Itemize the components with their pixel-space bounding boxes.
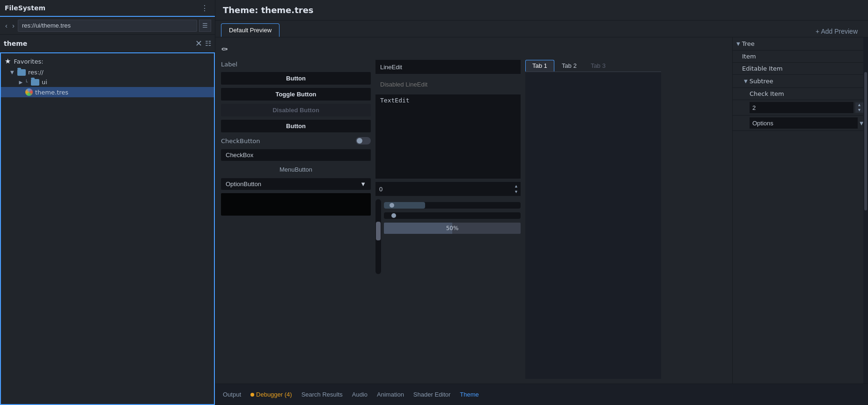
bookmark-button[interactable]: ☰ bbox=[199, 20, 211, 32]
widget-col-3: Tab 1 Tab 2 Tab 3 bbox=[525, 60, 661, 379]
check-button-row: CheckButton bbox=[221, 136, 371, 146]
button2-widget[interactable]: Button bbox=[221, 120, 371, 132]
search-label: theme bbox=[4, 40, 192, 47]
tree-arrow-res: ▼ bbox=[10, 70, 15, 75]
tree-options-select[interactable]: Options bbox=[750, 117, 858, 129]
checkbox-widget[interactable]: CheckBox bbox=[221, 149, 371, 161]
tab-widget-tab-2[interactable]: Tab 2 bbox=[555, 60, 583, 72]
star-icon: ★ bbox=[5, 57, 11, 65]
search-bar: theme ✕ ☷ bbox=[0, 35, 215, 52]
editor-title: Theme: theme.tres bbox=[223, 5, 314, 15]
h-slider-thumb-2 bbox=[391, 213, 396, 218]
bottom-tab-search[interactable]: Search Results bbox=[302, 389, 343, 400]
tree-section-header: ▼ Tree bbox=[733, 37, 868, 51]
bottom-tab-theme[interactable]: Theme bbox=[460, 389, 478, 400]
tab-widget-tab-1[interactable]: Tab 1 bbox=[525, 60, 554, 72]
tree-item-ui[interactable]: ▼ └ ui bbox=[1, 77, 214, 87]
tree-item-theme[interactable]: theme.tres bbox=[1, 87, 214, 97]
menu-button-widget[interactable]: MenuButton bbox=[221, 164, 371, 175]
bottom-tab-shader[interactable]: Shader Editor bbox=[413, 389, 451, 400]
h-slider-thumb-1 bbox=[390, 203, 394, 208]
color-picker-widget[interactable] bbox=[221, 193, 371, 216]
tab-widget: Tab 1 Tab 2 Tab 3 bbox=[525, 60, 661, 379]
filter-button[interactable]: ☷ bbox=[205, 39, 211, 48]
tab-default-preview[interactable]: Default Preview bbox=[221, 23, 280, 37]
bottom-bar: Output Debugger (4) Search Results Audio… bbox=[215, 383, 868, 405]
right-area: Theme: theme.tres Default Preview + Add … bbox=[215, 0, 868, 405]
toggle-button-widget[interactable]: Toggle Button bbox=[221, 88, 371, 101]
spin-down-button[interactable]: ▼ bbox=[513, 189, 520, 195]
progress-label: 50% bbox=[384, 225, 521, 231]
h-slider-2[interactable] bbox=[384, 212, 521, 219]
editor-title-bar: Theme: theme.tres bbox=[215, 0, 868, 21]
toggle-switch-widget[interactable] bbox=[356, 137, 371, 145]
tree-scrollbar-thumb bbox=[864, 72, 867, 210]
editor-area: Theme: theme.tres Default Preview + Add … bbox=[215, 0, 868, 383]
tree-arrow-ui: ▼ bbox=[18, 80, 23, 85]
sliders-area: 50% bbox=[384, 199, 521, 379]
path-input[interactable] bbox=[18, 20, 197, 32]
folder-icon-ui bbox=[31, 79, 39, 86]
spin-box-input[interactable] bbox=[375, 184, 512, 195]
option-button-widget[interactable]: OptionButton ▼ bbox=[221, 178, 371, 190]
filesystem-title: FileSystem bbox=[5, 4, 45, 12]
line-edit-widget[interactable] bbox=[375, 60, 521, 74]
back-button[interactable]: ‹ bbox=[4, 21, 9, 30]
tree-panel-scrollbar[interactable] bbox=[863, 37, 868, 383]
canvas-toolbar: ⚰ bbox=[221, 42, 727, 56]
tree-item-res[interactable]: ▼ res:// bbox=[1, 67, 214, 77]
tree-collapse-arrow[interactable]: ▼ bbox=[736, 41, 740, 46]
preview-canvas: ⚰ Label Button Toggle Button Disabled Bu… bbox=[215, 37, 732, 383]
tree-editable-label: Editable Item bbox=[742, 65, 783, 72]
widget-col-2: TextEdit ▲ ▼ bbox=[375, 60, 521, 379]
bottom-tab-output[interactable]: Output bbox=[223, 389, 241, 400]
bottom-tab-animation[interactable]: Animation bbox=[377, 389, 404, 400]
tree-spin-up[interactable]: ▲ bbox=[855, 102, 863, 108]
tree-spin-arrows: ▲ ▼ bbox=[855, 102, 863, 113]
spin-arrows: ▲ ▼ bbox=[512, 183, 521, 195]
filesystem-header: FileSystem ⋮ bbox=[0, 0, 215, 17]
editor-content: ⚰ Label Button Toggle Button Disabled Bu… bbox=[215, 37, 868, 383]
spin-box-widget: ▲ ▼ bbox=[375, 182, 521, 196]
tree-spin-row: ▲ ▼ bbox=[733, 100, 868, 116]
bottom-tab-debugger[interactable]: Debugger (4) bbox=[250, 389, 292, 400]
label-widget: Label bbox=[221, 60, 371, 69]
v-scrollbar-widget[interactable] bbox=[375, 199, 381, 274]
ui-indent-line: └ bbox=[25, 80, 28, 85]
add-preview-button[interactable]: + Add Preview bbox=[811, 26, 862, 37]
debugger-dot bbox=[250, 393, 254, 397]
tree-label-res: res:// bbox=[28, 69, 44, 76]
progress-bar-widget: 50% bbox=[384, 223, 521, 234]
option-button-label: OptionButton bbox=[226, 181, 261, 188]
folder-icon-res bbox=[17, 69, 26, 76]
filesystem-more-button[interactable]: ⋮ bbox=[199, 3, 210, 14]
tree-panel-item[interactable]: Item bbox=[733, 51, 868, 63]
widget-grid: Label Button Toggle Button Disabled Butt… bbox=[221, 60, 727, 379]
check-item-label: Check Item bbox=[750, 90, 784, 97]
tree-panel-scroll: ▼ Tree Item Editable Item ▼ Subtree bbox=[733, 37, 868, 383]
path-bar: ‹ › ☰ bbox=[0, 17, 215, 35]
tree-panel: ▼ Tree Item Editable Item ▼ Subtree bbox=[732, 37, 868, 383]
bottom-tab-audio[interactable]: Audio bbox=[352, 389, 368, 400]
tree-spin-input[interactable] bbox=[750, 102, 853, 113]
clear-search-button[interactable]: ✕ bbox=[195, 39, 202, 48]
favorites-row: ★ Favorites: bbox=[1, 55, 214, 67]
option-button-arrow: ▼ bbox=[360, 181, 366, 188]
h-slider-1[interactable] bbox=[384, 202, 521, 209]
forward-button[interactable]: › bbox=[11, 21, 16, 30]
tree-label-ui: ui bbox=[42, 79, 47, 86]
button1-widget[interactable]: Button bbox=[221, 72, 371, 85]
v-scrollbar-thumb bbox=[376, 222, 381, 240]
file-tree: ★ Favorites: ▼ res:// ▼ └ ui theme.tres bbox=[0, 52, 215, 405]
text-edit-widget[interactable]: TextEdit bbox=[375, 94, 521, 179]
favorites-label: Favorites: bbox=[14, 58, 43, 65]
check-item-row[interactable]: Check Item bbox=[733, 88, 868, 100]
main-layout: FileSystem ⋮ ‹ › ☰ theme ✕ ☷ ★ Favorites… bbox=[0, 0, 868, 405]
spin-up-button[interactable]: ▲ bbox=[513, 184, 520, 189]
subtree-arrow[interactable]: ▼ bbox=[744, 79, 748, 84]
tree-spin-down[interactable]: ▼ bbox=[855, 108, 863, 113]
tab-widget-tab-3[interactable]: Tab 3 bbox=[584, 60, 612, 72]
subtree-label: Subtree bbox=[750, 78, 773, 85]
tree-select-arrow: ▼ bbox=[860, 121, 863, 126]
tree-panel-editable-item[interactable]: Editable Item bbox=[733, 63, 868, 75]
